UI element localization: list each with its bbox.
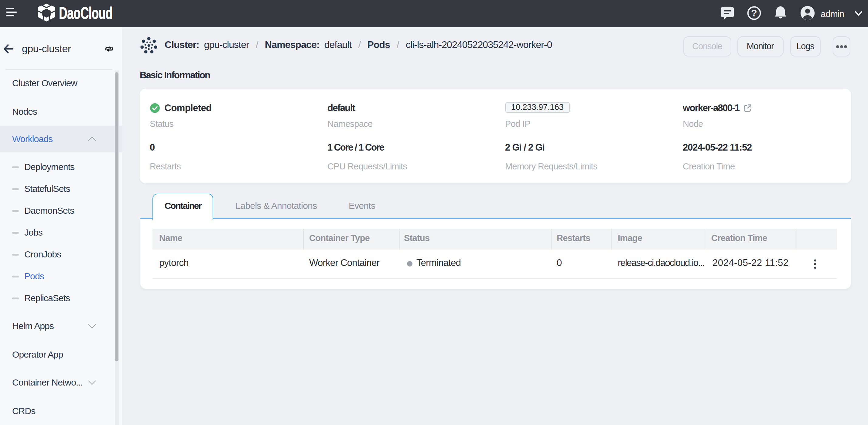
svg-text:?: ? xyxy=(751,7,757,18)
